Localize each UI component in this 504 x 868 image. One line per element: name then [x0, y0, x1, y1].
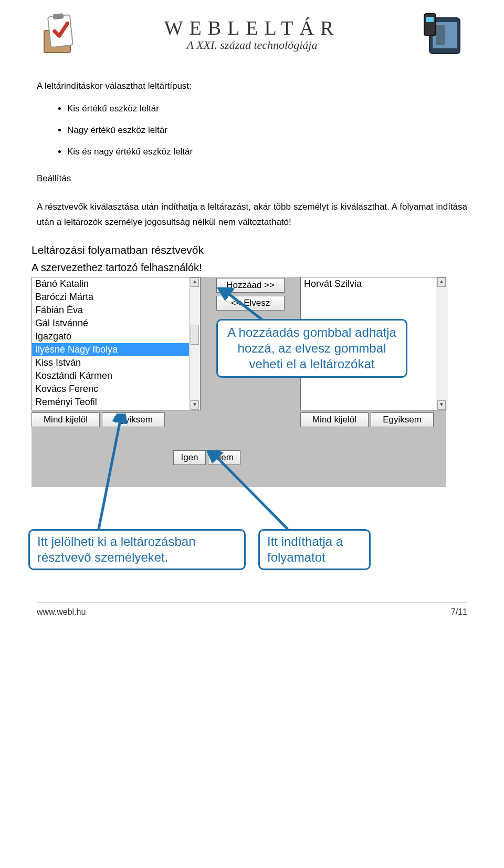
panel-body: Bánó KatalinBaróczi MártaFábián ÉvaGál I…: [32, 277, 446, 487]
header-main-title: WEBLELTÁR: [84, 16, 420, 39]
list-item[interactable]: Reményi Teofil: [32, 396, 190, 409]
callout-add-remove: A hozzáadás gombbal adhatja hozzá, az el…: [216, 319, 407, 378]
header-subtitle: A XXI. század technológiája: [84, 38, 420, 52]
scroll-up-icon[interactable]: ▲: [437, 277, 446, 287]
select-all-left-button[interactable]: Mind kijelöl: [32, 412, 100, 427]
svg-rect-5: [436, 25, 445, 45]
callout-select-participants: Itt jelölheti ki a leltározásban résztve…: [28, 529, 246, 570]
add-button[interactable]: Hozzáad >>: [216, 278, 285, 293]
embedded-screenshot: Leltározási folyamatban résztvevők A sze…: [32, 244, 467, 576]
callout-start-process: Itt indíthatja a folyamatot: [258, 529, 371, 570]
list-item[interactable]: Bánó Katalin: [32, 277, 190, 291]
scrollbar[interactable]: ▲ ▼: [189, 277, 200, 410]
list-item: Kis és nagy értékű eszköz leltár: [67, 144, 467, 160]
list-item[interactable]: Horvát Szilvia: [301, 277, 436, 291]
remove-button[interactable]: << Elvesz: [216, 296, 285, 311]
list-item: Nagy értékű eszköz leltár: [67, 123, 467, 138]
scrollbar[interactable]: ▲ ▼: [436, 277, 447, 410]
header-title-block: WEBLELTÁR A XXI. század technológiája: [84, 16, 420, 52]
description-paragraph: A résztvevők kiválasztása után indíthatj…: [37, 200, 467, 230]
list-item[interactable]: Kiss István: [32, 356, 190, 369]
type-list: Kis értékű eszköz leltár Nagy értékű esz…: [37, 101, 467, 160]
panel-heading-orgusers: A szervezethez tartozó felhasználók!: [32, 262, 446, 274]
select-none-left-button[interactable]: Egyiksem: [102, 412, 165, 427]
page-number: 7/11: [451, 607, 467, 617]
page-footer: www.webl.hu 7/11: [37, 603, 467, 617]
select-all-right-button[interactable]: Mind kijelöl: [300, 412, 369, 427]
lead-paragraph: A leltárindításkor választhat leltártípu…: [37, 79, 467, 94]
panel-heading-participants: Leltározási folyamatban résztvevők: [32, 244, 446, 256]
svg-rect-7: [426, 17, 434, 22]
tablet-scanner-icon: [420, 11, 467, 58]
yes-button[interactable]: Igen: [173, 450, 206, 465]
scroll-down-icon[interactable]: ▼: [437, 400, 446, 410]
scroll-down-icon[interactable]: ▼: [191, 400, 199, 410]
footer-url[interactable]: www.webl.hu: [37, 607, 86, 617]
clipboard-logo-icon: [37, 11, 84, 58]
list-item[interactable]: Igazgató: [32, 330, 190, 343]
body-text-section: A leltárindításkor választhat leltártípu…: [37, 79, 467, 230]
scroll-thumb[interactable]: [191, 325, 199, 345]
list-item[interactable]: Baróczi Márta: [32, 291, 190, 304]
available-users-listbox[interactable]: Bánó KatalinBaróczi MártaFábián ÉvaGál I…: [32, 277, 201, 410]
select-none-right-button[interactable]: Egyiksem: [371, 412, 434, 427]
scroll-up-icon[interactable]: ▲: [191, 277, 199, 287]
no-button[interactable]: Nem: [208, 450, 240, 465]
list-item[interactable]: Kosztándi Kármen: [32, 369, 190, 383]
svg-rect-2: [53, 13, 64, 19]
list-item[interactable]: Fábián Éva: [32, 304, 190, 317]
list-item: Kis értékű eszköz leltár: [67, 101, 467, 117]
page-header: WEBLELTÁR A XXI. század technológiája: [37, 11, 467, 58]
list-item[interactable]: Ilyésné Nagy Ibolya: [32, 343, 190, 356]
list-item[interactable]: Kovács Ferenc: [32, 383, 190, 396]
list-item[interactable]: Gál Istvánné: [32, 317, 190, 330]
section-label: Beállítás: [37, 171, 467, 187]
